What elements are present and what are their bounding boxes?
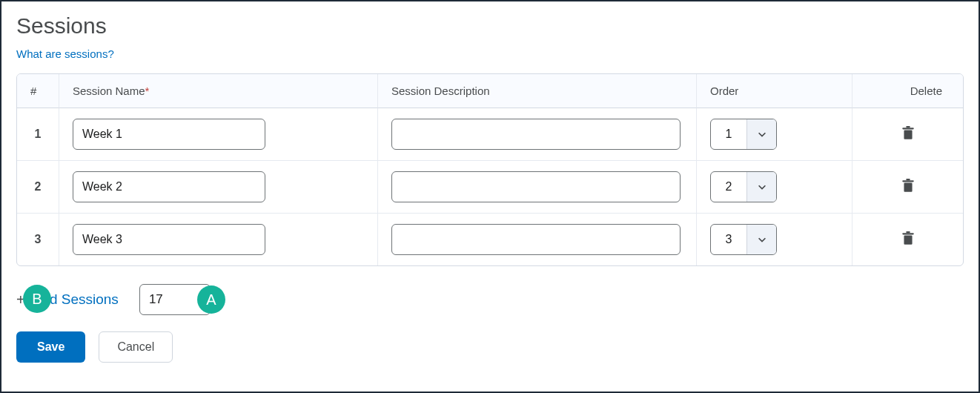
session-name-input[interactable]: [73, 224, 265, 255]
delete-row-button[interactable]: [895, 123, 921, 146]
col-header-order: Order: [696, 74, 852, 108]
trash-icon: [901, 179, 915, 194]
plus-icon: +: [16, 292, 25, 307]
chevron-down-icon: [757, 129, 767, 139]
col-header-delete: Delete: [852, 74, 963, 108]
sessions-table: # Session Name* Session Description Orde…: [16, 73, 964, 266]
svg-rect-3: [904, 182, 912, 191]
svg-rect-7: [902, 233, 914, 234]
trash-icon: [901, 126, 915, 141]
what-are-sessions-link[interactable]: What are sessions?: [16, 47, 114, 60]
svg-rect-8: [906, 231, 910, 233]
footer-buttons: Save Cancel: [16, 331, 964, 363]
order-dropdown-button[interactable]: [746, 225, 776, 254]
save-button[interactable]: Save: [16, 331, 85, 363]
delete-row-button[interactable]: [895, 228, 921, 251]
row-index: 1: [17, 108, 59, 160]
svg-rect-5: [906, 179, 910, 180]
svg-rect-1: [902, 128, 914, 129]
delete-row-button[interactable]: [895, 176, 921, 199]
svg-rect-0: [904, 130, 912, 139]
table-row: 1 1: [17, 108, 963, 160]
cancel-button[interactable]: Cancel: [99, 331, 173, 363]
chevron-down-icon: [757, 182, 767, 192]
col-header-name: Session Name*: [59, 74, 377, 108]
row-index: 2: [17, 160, 59, 213]
order-select[interactable]: 2: [710, 171, 777, 202]
col-header-name-text: Session Name: [73, 85, 145, 97]
required-star-icon: *: [145, 85, 150, 97]
session-desc-input[interactable]: [391, 224, 681, 255]
page-title: Sessions: [16, 13, 964, 39]
order-value: 1: [711, 119, 746, 149]
col-header-desc: Session Description: [377, 74, 696, 108]
svg-rect-6: [904, 235, 912, 244]
session-name-input[interactable]: [73, 171, 265, 202]
svg-rect-4: [902, 180, 914, 182]
session-desc-input[interactable]: [391, 171, 681, 202]
col-header-number: #: [17, 74, 59, 108]
add-sessions-link[interactable]: Add Sessions: [33, 291, 119, 308]
chevron-down-icon: [757, 234, 767, 245]
trash-icon: [901, 231, 915, 246]
add-sessions-row: + Add Sessions A: [16, 284, 964, 315]
table-row: 2 2: [17, 160, 963, 213]
order-value: 2: [711, 172, 746, 202]
order-dropdown-button[interactable]: [746, 119, 776, 149]
order-value: 3: [711, 225, 746, 254]
add-sessions-count-input[interactable]: [139, 284, 211, 315]
row-index: 3: [17, 213, 59, 265]
table-row: 3 3: [17, 213, 963, 265]
order-dropdown-button[interactable]: [746, 172, 776, 202]
session-desc-input[interactable]: [391, 119, 681, 150]
order-select[interactable]: 1: [710, 119, 777, 150]
order-select[interactable]: 3: [710, 224, 777, 255]
svg-rect-2: [906, 126, 910, 128]
session-name-input[interactable]: [73, 119, 265, 150]
